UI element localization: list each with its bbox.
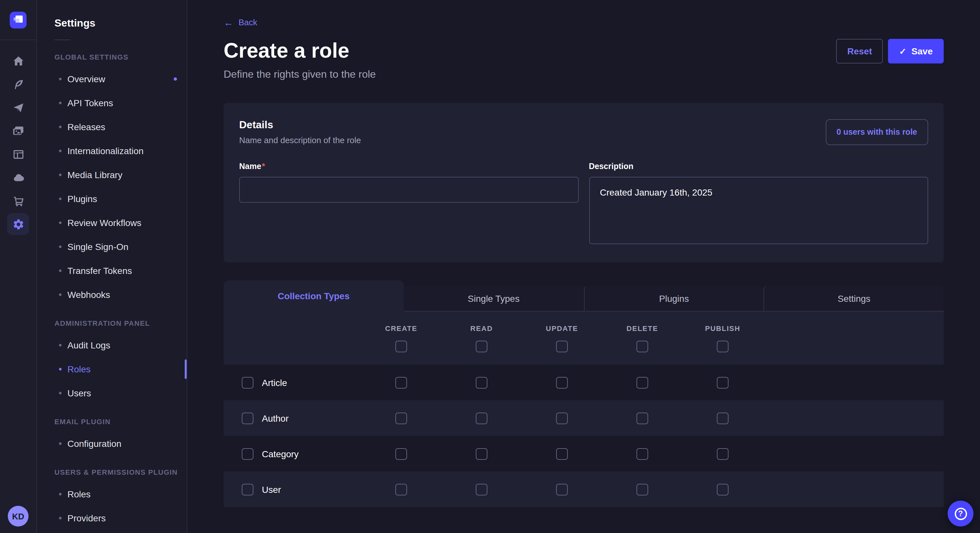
bullet-icon (59, 221, 62, 224)
rail-cart-button[interactable] (7, 190, 29, 212)
description-input[interactable]: Created January 16th, 2025 (589, 177, 928, 244)
sidebar-item-plugins[interactable]: Plugins (37, 187, 187, 211)
select-all-read-checkbox[interactable] (476, 341, 487, 352)
sidebar-item-roles[interactable]: Roles (37, 357, 187, 381)
name-label: Name* (239, 162, 265, 171)
rail-gear-button[interactable] (7, 213, 29, 235)
sidebar-item-roles[interactable]: Roles (37, 482, 187, 506)
author-read-checkbox[interactable] (476, 412, 487, 424)
rail-cloud-button[interactable] (7, 167, 29, 189)
rail-images-button[interactable] (7, 120, 29, 142)
sidebar-item-webhooks[interactable]: Webhooks (37, 282, 187, 306)
bullet-icon (59, 197, 62, 200)
bullet-icon (59, 269, 62, 272)
required-mark: * (262, 162, 265, 171)
sidebar-item-label: Configuration (67, 438, 121, 449)
select-all-publish-checkbox[interactable] (717, 341, 729, 352)
tab-label: Single Types (468, 293, 520, 303)
details-subtitle: Name and description of the role (239, 135, 361, 146)
reset-button[interactable]: Reset (837, 39, 883, 63)
notification-dot-icon (174, 77, 177, 80)
row-label: Article (262, 377, 287, 388)
rail-home-button[interactable] (7, 50, 29, 72)
author-update-checkbox[interactable] (556, 412, 568, 424)
author-delete-checkbox[interactable] (636, 412, 648, 424)
sidebar-item-audit-logs[interactable]: Audit Logs (37, 333, 187, 357)
help-button[interactable]: ? (948, 501, 974, 527)
sidebar-item-review-workflows[interactable]: Review Workflows (37, 211, 187, 235)
user-avatar[interactable]: KD (8, 506, 29, 527)
permissions-header: CREATEREADUPDATEDELETEPUBLISH (224, 311, 944, 365)
sidebar-item-internationalization[interactable]: Internationalization (37, 139, 187, 163)
category-publish-checkbox[interactable] (717, 448, 729, 460)
sidebar-item-label: Providers (67, 512, 106, 523)
tab-collection-types[interactable]: Collection Types (224, 281, 404, 311)
select-all-delete-checkbox[interactable] (636, 341, 648, 352)
main-content: ← Back Create a role Reset ✓ Save Define… (187, 0, 980, 533)
sidebar-item-transfer-tokens[interactable]: Transfer Tokens (37, 259, 187, 282)
tab-plugins[interactable]: Plugins (584, 286, 764, 311)
sidebar-item-label: Roles (67, 489, 91, 499)
sidebar-item-releases[interactable]: Releases (37, 115, 187, 139)
author-create-checkbox[interactable] (395, 412, 407, 424)
row-label: Author (262, 413, 289, 423)
permission-row-article: Article (224, 365, 944, 400)
rail-layout-button[interactable] (7, 143, 29, 165)
sidebar-item-providers[interactable]: Providers (37, 506, 187, 530)
cart-icon (12, 195, 24, 207)
article-publish-checkbox[interactable] (717, 377, 729, 388)
strapi-logo[interactable] (10, 11, 27, 28)
column-select-all-row (224, 341, 944, 352)
author-publish-checkbox[interactable] (717, 412, 729, 424)
sidebar-item-api-tokens[interactable]: API Tokens (37, 90, 187, 115)
category-row-checkbox[interactable] (242, 448, 253, 460)
sidebar-item-single-sign-on[interactable]: Single Sign-On (37, 235, 187, 259)
category-create-checkbox[interactable] (395, 448, 407, 460)
sidebar-item-media-library[interactable]: Media Library (37, 163, 187, 187)
user-create-checkbox[interactable] (395, 484, 407, 495)
article-create-checkbox[interactable] (395, 377, 407, 388)
column-header-update: UPDATE (546, 324, 578, 332)
back-link[interactable]: ← Back (224, 17, 257, 27)
sidebar-item-overview[interactable]: Overview (37, 67, 187, 90)
bullet-icon (59, 78, 62, 80)
page-subtitle: Define the rights given to the role (224, 67, 944, 81)
category-delete-checkbox[interactable] (636, 448, 648, 460)
author-row-checkbox[interactable] (242, 412, 253, 424)
article-update-checkbox[interactable] (556, 377, 568, 388)
sidebar-item-users[interactable]: Users (37, 381, 187, 405)
tab-single-types[interactable]: Single Types (404, 286, 584, 311)
sidebar-item-label: Roles (67, 364, 91, 374)
bullet-icon (59, 442, 62, 444)
users-with-role-button[interactable]: 0 users with this role (826, 119, 928, 145)
sidebar-item-configuration[interactable]: Configuration (37, 431, 187, 455)
category-read-checkbox[interactable] (476, 448, 487, 460)
user-delete-checkbox[interactable] (636, 484, 648, 495)
user-row-checkbox[interactable] (242, 484, 253, 495)
category-update-checkbox[interactable] (556, 448, 568, 460)
tab-label: Collection Types (278, 291, 350, 301)
column-header-create: CREATE (385, 324, 417, 332)
name-input[interactable] (239, 177, 579, 203)
article-row-checkbox[interactable] (242, 377, 253, 388)
sidebar-item-label: Plugins (67, 194, 97, 204)
select-all-create-checkbox[interactable] (395, 341, 407, 352)
bullet-icon (59, 149, 62, 152)
user-publish-checkbox[interactable] (717, 484, 729, 495)
user-read-checkbox[interactable] (476, 484, 487, 495)
bullet-icon (59, 245, 62, 248)
select-all-update-checkbox[interactable] (556, 341, 568, 352)
column-header-read: READ (470, 324, 493, 332)
article-delete-checkbox[interactable] (636, 377, 648, 388)
settings-sidebar: Settings GLOBAL SETTINGSOverviewAPI Toke… (37, 0, 187, 533)
sidebar-divider (54, 40, 70, 40)
tab-settings[interactable]: Settings (764, 286, 944, 311)
sidebar-item-label: Internationalization (67, 145, 143, 156)
bullet-icon (59, 293, 62, 296)
permissions-rows: ArticleAuthorCategoryUser (224, 365, 944, 507)
rail-send-button[interactable] (7, 97, 29, 119)
user-update-checkbox[interactable] (556, 484, 568, 495)
rail-feather-button[interactable] (7, 73, 29, 95)
article-read-checkbox[interactable] (476, 377, 487, 388)
save-button[interactable]: ✓ Save (888, 39, 944, 63)
